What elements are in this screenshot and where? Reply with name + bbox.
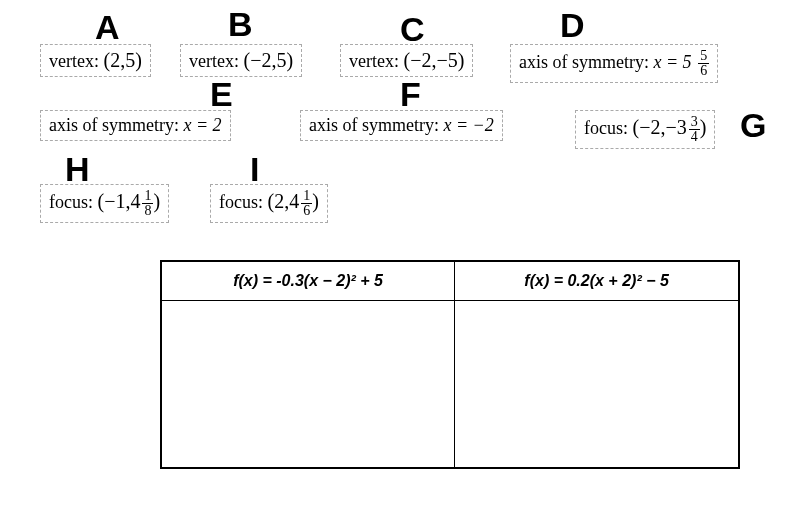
tile-focus-i[interactable]: focus: (2,416) bbox=[210, 184, 328, 223]
tile-value-x: −2, bbox=[639, 116, 665, 138]
paren-close: ) bbox=[153, 190, 160, 212]
paren-close: ) bbox=[312, 190, 319, 212]
tile-label: vertex: bbox=[189, 51, 239, 71]
tile-value: 2,5 bbox=[110, 49, 135, 71]
letter-g: G bbox=[740, 106, 766, 145]
letter-d: D bbox=[560, 6, 585, 45]
tile-area: A vertex: (2,5) B vertex: (−2,5) C verte… bbox=[20, 20, 780, 250]
letter-e: E bbox=[210, 75, 233, 114]
fraction-den: 6 bbox=[301, 203, 312, 218]
equation-header-1: f(x) = -0.3(x − 2)² + 5 bbox=[161, 261, 455, 301]
tile-equation: x = 2 bbox=[183, 115, 221, 135]
tile-equation: x = −2 bbox=[443, 115, 493, 135]
tile-value-x: 2, bbox=[274, 190, 289, 212]
fraction: 56 bbox=[698, 49, 709, 78]
letter-a: A bbox=[95, 8, 120, 47]
tile-label: axis of symmetry: bbox=[309, 115, 439, 135]
tile-focus-g[interactable]: focus: (−2,−334) bbox=[575, 110, 715, 149]
equation-header-2: f(x) = 0.2(x + 2)² − 5 bbox=[455, 261, 739, 301]
tile-label: vertex: bbox=[349, 51, 399, 71]
equation-text: f(x) = -0.3(x − 2)² + 5 bbox=[233, 272, 383, 289]
tile-value-y: 4 bbox=[289, 190, 299, 212]
tile-label: axis of symmetry: bbox=[49, 115, 179, 135]
tile-vertex-c[interactable]: vertex: (−2,−5) bbox=[340, 44, 473, 77]
fraction-den: 4 bbox=[689, 129, 700, 144]
fraction-den: 8 bbox=[142, 203, 153, 218]
tile-value-y: 4 bbox=[130, 190, 140, 212]
fraction-num: 1 bbox=[301, 189, 312, 203]
fraction-num: 1 bbox=[142, 189, 153, 203]
fraction-num: 5 bbox=[698, 49, 709, 63]
tile-value: −2,−5 bbox=[410, 49, 458, 71]
paren-close: ) bbox=[286, 49, 293, 71]
letter-f: F bbox=[400, 75, 421, 114]
tile-value: −2,5 bbox=[250, 49, 286, 71]
fraction-num: 3 bbox=[689, 115, 700, 129]
fraction: 18 bbox=[142, 189, 153, 218]
paren-close: ) bbox=[135, 49, 142, 71]
tile-label: focus: bbox=[584, 118, 628, 138]
fraction-den: 6 bbox=[698, 63, 709, 78]
paren-close: ) bbox=[458, 49, 465, 71]
tile-value-y: −3 bbox=[665, 116, 686, 138]
tile-vertex-b[interactable]: vertex: (−2,5) bbox=[180, 44, 302, 77]
tile-label: focus: bbox=[49, 192, 93, 212]
letter-b: B bbox=[228, 5, 253, 44]
tile-axis-e[interactable]: axis of symmetry: x = 2 bbox=[40, 110, 231, 141]
tile-label: axis of symmetry: bbox=[519, 52, 649, 72]
fraction: 34 bbox=[689, 115, 700, 144]
tile-focus-h[interactable]: focus: (−1,418) bbox=[40, 184, 169, 223]
tile-axis-d[interactable]: axis of symmetry: x = 5 56 bbox=[510, 44, 718, 83]
tile-label: focus: bbox=[219, 192, 263, 212]
equation-cell-2[interactable] bbox=[455, 301, 739, 469]
tile-vertex-a[interactable]: vertex: (2,5) bbox=[40, 44, 151, 77]
tile-label: vertex: bbox=[49, 51, 99, 71]
equation-text: f(x) = 0.2(x + 2)² − 5 bbox=[524, 272, 669, 289]
equations-table: f(x) = -0.3(x − 2)² + 5 f(x) = 0.2(x + 2… bbox=[160, 260, 740, 469]
tile-equation: x = 5 bbox=[653, 52, 691, 72]
tile-axis-f[interactable]: axis of symmetry: x = −2 bbox=[300, 110, 503, 141]
equation-cell-1[interactable] bbox=[161, 301, 455, 469]
paren-close: ) bbox=[700, 116, 707, 138]
fraction: 16 bbox=[301, 189, 312, 218]
tile-value-x: −1, bbox=[104, 190, 130, 212]
